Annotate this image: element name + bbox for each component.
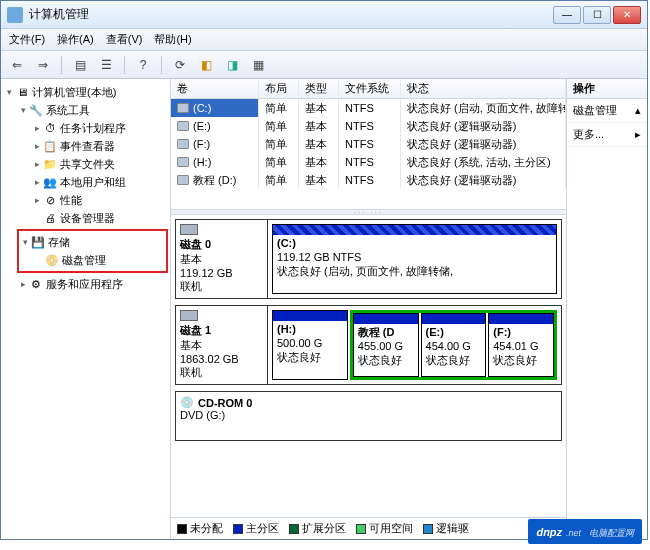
volume-icon	[177, 103, 189, 113]
expand-icon[interactable]: ▸	[17, 279, 29, 289]
refresh-button[interactable]: ⟳	[170, 55, 190, 75]
properties-button[interactable]: ☰	[96, 55, 116, 75]
window-title: 计算机管理	[29, 6, 553, 23]
tree-event-viewer[interactable]: ▸📋事件查看器	[31, 137, 168, 155]
expand-icon[interactable]: ▸	[31, 141, 43, 151]
help-button[interactable]: ?	[133, 55, 153, 75]
tree-storage[interactable]: ▾💾存储	[19, 233, 166, 251]
app-icon	[7, 7, 23, 23]
volume-list-header: 卷 布局 类型 文件系统 状态	[171, 79, 566, 99]
cdrom-icon: 💿	[180, 396, 194, 409]
back-button[interactable]: ⇐	[7, 55, 27, 75]
tree-performance[interactable]: ▸⊘性能	[31, 191, 168, 209]
actions-more[interactable]: 更多...▸	[567, 123, 647, 147]
tree-device-mgr[interactable]: 🖨设备管理器	[31, 209, 168, 227]
actions-header: 操作	[567, 79, 647, 99]
tree-root[interactable]: ▾ 🖥 计算机管理(本地)	[3, 83, 168, 101]
device-icon: 🖨	[43, 211, 57, 225]
window-buttons: — ☐ ✕	[553, 6, 641, 24]
partition-c[interactable]: (C:) 119.12 GB NTFS 状态良好 (启动, 页面文件, 故障转储…	[272, 224, 557, 294]
expand-icon[interactable]: ▸	[31, 195, 43, 205]
collapse-icon[interactable]: ▾	[19, 237, 31, 247]
disk-row-cd[interactable]: 💿CD-ROM 0 DVD (G:)	[175, 391, 562, 441]
navigation-tree[interactable]: ▾ 🖥 计算机管理(本地) ▾ 🔧 系统工具 ▸⏱任务计划程序 ▸📋事件查看器 …	[1, 79, 171, 539]
legend-unalloc-icon	[177, 524, 187, 534]
disk-0-header: 磁盘 0 基本 119.12 GB 联机	[176, 220, 268, 298]
disk-1-header: 磁盘 1 基本 1863.02 GB 联机	[176, 306, 268, 384]
show-hide-tree-button[interactable]: ▤	[70, 55, 90, 75]
settings-button[interactable]: ▦	[248, 55, 268, 75]
legend-extended-icon	[289, 524, 299, 534]
tree-local-users[interactable]: ▸👥本地用户和组	[31, 173, 168, 191]
expand-icon[interactable]: ▸	[31, 123, 43, 133]
partition-d[interactable]: 教程 (D455.00 G状态良好	[353, 313, 419, 377]
col-volume[interactable]: 卷	[171, 79, 259, 98]
menu-help[interactable]: 帮助(H)	[154, 32, 191, 47]
volume-icon	[177, 157, 189, 167]
maximize-button[interactable]: ☐	[583, 6, 611, 24]
chevron-right-icon: ▸	[635, 128, 641, 141]
diskmgmt-icon: 📀	[45, 253, 59, 267]
action2-button[interactable]: ◨	[222, 55, 242, 75]
folder-icon: 📁	[43, 157, 57, 171]
disk-icon	[180, 310, 198, 321]
perf-icon: ⊘	[43, 193, 57, 207]
toolbar: ⇐ ⇒ ▤ ☰ ? ⟳ ◧ ◨ ▦	[1, 51, 647, 79]
menu-action[interactable]: 操作(A)	[57, 32, 94, 47]
services-icon: ⚙	[29, 277, 43, 291]
action1-button[interactable]: ◧	[196, 55, 216, 75]
computer-management-window: 计算机管理 — ☐ ✕ 文件(F) 操作(A) 查看(V) 帮助(H) ⇐ ⇒ …	[0, 0, 648, 540]
forward-button[interactable]: ⇒	[33, 55, 53, 75]
highlighted-partitions: 教程 (D455.00 G状态良好 (E:)454.00 G状态良好 (F:)4…	[350, 310, 557, 380]
storage-icon: 💾	[31, 235, 45, 249]
tree-root-label: 计算机管理(本地)	[32, 85, 116, 100]
menu-file[interactable]: 文件(F)	[9, 32, 45, 47]
close-button[interactable]: ✕	[613, 6, 641, 24]
titlebar[interactable]: 计算机管理 — ☐ ✕	[1, 1, 647, 29]
watermark: dnpz.net 电脑配置网	[528, 519, 642, 544]
tools-icon: 🔧	[29, 103, 43, 117]
volume-row[interactable]: (C:)简单基本NTFS状态良好 (启动, 页面文件, 故障转储	[171, 99, 566, 117]
legend: 未分配 主分区 扩展分区 可用空间 逻辑驱	[171, 517, 566, 539]
volume-list[interactable]: 卷 布局 类型 文件系统 状态 (C:)简单基本NTFS状态良好 (启动, 页面…	[171, 79, 566, 209]
partition-f[interactable]: (F:)454.01 G状态良好	[488, 313, 554, 377]
volume-icon	[177, 175, 189, 185]
volume-row[interactable]: (E:)简单基本NTFS状态良好 (逻辑驱动器)	[171, 117, 566, 135]
minimize-button[interactable]: —	[553, 6, 581, 24]
partition-e[interactable]: (E:)454.00 G状态良好	[421, 313, 487, 377]
volume-icon	[177, 139, 189, 149]
tree-disk-mgmt[interactable]: 📀磁盘管理	[33, 251, 166, 269]
collapse-icon[interactable]: ▾	[3, 87, 15, 97]
partition-h[interactable]: (H:)500.00 G状态良好	[272, 310, 348, 380]
computer-icon: 🖥	[15, 85, 29, 99]
volume-row[interactable]: (H:)简单基本NTFS状态良好 (系统, 活动, 主分区)	[171, 153, 566, 171]
volume-icon	[177, 121, 189, 131]
menubar: 文件(F) 操作(A) 查看(V) 帮助(H)	[1, 29, 647, 51]
menu-view[interactable]: 查看(V)	[106, 32, 143, 47]
legend-logical-icon	[423, 524, 433, 534]
cdrom-header: 💿CD-ROM 0 DVD (G:)	[176, 392, 561, 440]
col-type[interactable]: 类型	[299, 79, 339, 98]
col-layout[interactable]: 布局	[259, 79, 299, 98]
users-icon: 👥	[43, 175, 57, 189]
tree-task-scheduler[interactable]: ▸⏱任务计划程序	[31, 119, 168, 137]
content: ▾ 🖥 计算机管理(本地) ▾ 🔧 系统工具 ▸⏱任务计划程序 ▸📋事件查看器 …	[1, 79, 647, 539]
expand-icon[interactable]: ▸	[31, 159, 43, 169]
disk-row-0[interactable]: 磁盘 0 基本 119.12 GB 联机 (C:) 119.12 GB NTFS…	[175, 219, 562, 299]
col-fs[interactable]: 文件系统	[339, 79, 401, 98]
tree-shared-folders[interactable]: ▸📁共享文件夹	[31, 155, 168, 173]
col-status[interactable]: 状态	[401, 79, 566, 98]
highlighted-storage-section: ▾💾存储 📀磁盘管理	[17, 229, 168, 273]
tree-services-apps[interactable]: ▸⚙服务和应用程序	[17, 275, 168, 293]
expand-icon[interactable]: ▸	[31, 177, 43, 187]
clock-icon: ⏱	[43, 121, 57, 135]
disk-row-1[interactable]: 磁盘 1 基本 1863.02 GB 联机 (H:)500.00 G状态良好 教…	[175, 305, 562, 385]
actions-disk-mgmt[interactable]: 磁盘管理▴	[567, 99, 647, 123]
collapse-icon[interactable]: ▾	[17, 105, 29, 115]
tree-system-tools[interactable]: ▾ 🔧 系统工具	[17, 101, 168, 119]
volume-row[interactable]: (F:)简单基本NTFS状态良好 (逻辑驱动器)	[171, 135, 566, 153]
legend-free-icon	[356, 524, 366, 534]
disk-graphical-view[interactable]: 磁盘 0 基本 119.12 GB 联机 (C:) 119.12 GB NTFS…	[171, 215, 566, 517]
legend-primary-icon	[233, 524, 243, 534]
volume-row[interactable]: 教程 (D:)简单基本NTFS状态良好 (逻辑驱动器)	[171, 171, 566, 189]
